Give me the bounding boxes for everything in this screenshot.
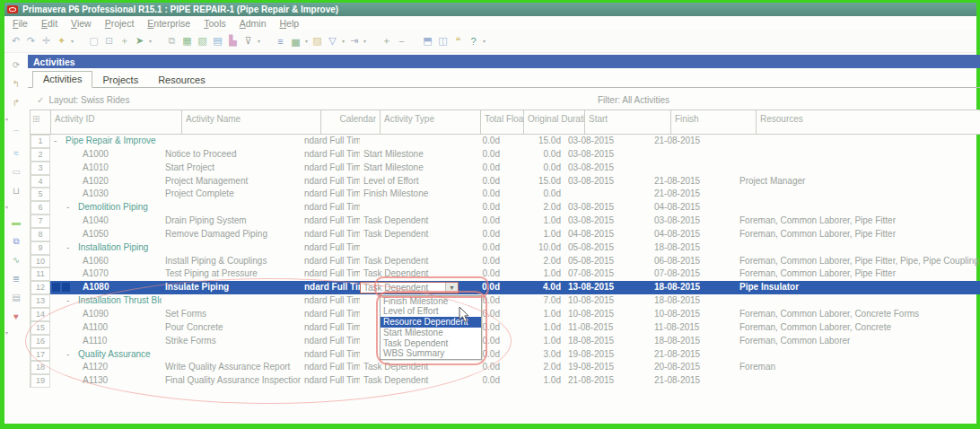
layers-icon[interactable]: ⧉ (9, 235, 23, 247)
column-header-start[interactable]: Start (584, 110, 670, 134)
curve-icon[interactable]: ∿ (9, 254, 23, 266)
select-arrow-icon[interactable]: ➤ (132, 33, 147, 48)
menu-edit[interactable]: Edit (41, 18, 57, 29)
table-row[interactable]: 3A1010Start Projectndard Full TimeStart … (31, 162, 980, 175)
tab-activities[interactable]: Activities (32, 71, 92, 88)
table-row[interactable]: 7A1040Drain Piping Systemndard Full Time… (31, 214, 980, 228)
dropdown-option-task-dependent[interactable]: Task Dependent (381, 338, 481, 349)
dropdown-caret-icon[interactable]: ▾ (303, 38, 310, 44)
tab-projects[interactable]: Projects (92, 73, 148, 88)
bar-icon[interactable]: ▬ (9, 216, 23, 228)
copy-icon[interactable]: ⧉ (164, 33, 179, 48)
add-icon[interactable]: ＋ (117, 33, 132, 48)
column-header-activity-id[interactable]: Activity ID (50, 110, 181, 134)
summarize-icon[interactable]: ▧ (195, 33, 210, 48)
menu-admin[interactable]: Admin (240, 18, 267, 29)
favorites-icon[interactable]: ♥ (9, 311, 23, 322)
menu-project[interactable]: Project (105, 18, 135, 29)
table-row[interactable]: 6-Demolition Pipingndard Full Time0.0d2.… (31, 201, 980, 214)
activity-type-dropdown-list[interactable]: Finish MilestoneLevel of EffortResource … (380, 295, 482, 361)
column-header-activity-name[interactable]: Activity Name (181, 110, 320, 134)
schedule-icon[interactable]: ▦ (179, 33, 195, 48)
table-row[interactable]: 10A1060Install Piping & Couplingsndard F… (31, 255, 980, 268)
menu-file[interactable]: File (13, 18, 28, 29)
table-icon[interactable]: ▭ (9, 166, 23, 178)
menu-enterprise[interactable]: Enterprise (147, 18, 190, 29)
table-row[interactable]: 8A1050Remove Damaged Pipingndard Full Ti… (31, 228, 980, 241)
table-row[interactable]: 1-Pipe Repair & Improvendard Full Time0.… (31, 135, 980, 148)
table-row[interactable]: 12A1080Insulate Pipingndard Full TimeTas… (31, 281, 980, 294)
resource-usage-icon[interactable]: ▙ (225, 33, 241, 48)
dropdown-caret-icon[interactable]: ▾ (362, 38, 368, 44)
menu-tools[interactable]: Tools (204, 18, 226, 29)
table-row[interactable]: 9-Installation Pipingndard Full Time0.0d… (31, 241, 980, 255)
dropdown-option-start-milestone[interactable]: Start Milestone (381, 328, 481, 338)
dropdown-caret-icon[interactable]: ▾ (481, 38, 487, 44)
dropdown-caret-icon[interactable]: ▾ (147, 38, 153, 44)
collapse-icon[interactable]: - (66, 241, 78, 255)
chart-icon[interactable]: ▅ (288, 33, 303, 48)
dropdown-option-finish-milestone[interactable]: Finish Milestone (381, 296, 481, 307)
column-header-total-float[interactable]: Total Float (480, 110, 523, 134)
table-row[interactable]: 4A1020Project Managementndard Full TimeL… (31, 175, 980, 188)
new-icon[interactable]: ▢ (86, 33, 101, 48)
dropdown-caret-icon[interactable]: ▾ (5, 329, 8, 335)
table-row[interactable]: 2A1000Notice to Proceedndard Full TimeSt… (31, 148, 980, 162)
store-period-icon[interactable]: ▤ (210, 33, 225, 48)
collapse-icon[interactable]: - (66, 348, 78, 362)
wand-icon[interactable]: ✦ (54, 33, 69, 48)
refresh-icon[interactable]: ⟳ (9, 59, 23, 71)
comment-icon[interactable]: ❝ (451, 33, 466, 48)
dropdown-caret-icon[interactable]: ▾ (256, 38, 262, 44)
table-row[interactable]: 11A1070Test Piping at Pressurendard Full… (31, 267, 980, 281)
undo-icon[interactable]: ↶ (8, 33, 23, 48)
table-row[interactable]: 18A1120Write Quality Assurance Reportnda… (31, 361, 980, 374)
column-header-calendar[interactable]: Calendar (320, 110, 380, 134)
top-layout-icon[interactable]: ⬒ (420, 33, 435, 48)
redo-icon[interactable]: ↱ (9, 97, 23, 109)
zoom-out-icon[interactable]: − (394, 33, 409, 48)
rows-icon[interactable]: ≣ (9, 273, 23, 285)
dropdown-caret-icon[interactable]: ▾ (5, 116, 8, 121)
activity-type-combobox[interactable]: Task Dependent▼ (360, 282, 459, 294)
column-header-resources[interactable]: Resources (756, 110, 980, 134)
table-row[interactable]: 5A1030Project Completendard Full TimeFin… (31, 188, 980, 201)
open-icon[interactable]: ⊡ (101, 33, 117, 48)
tab-resources[interactable]: Resources (148, 73, 215, 88)
dropdown-option-wbs-summary[interactable]: WBS Summary (381, 348, 481, 359)
table-row[interactable]: 14A1090Set Formsndard Full Time0.0d1.0d1… (31, 308, 980, 321)
column-header--[interactable]: ⊞ (31, 110, 50, 134)
table-row[interactable]: 17-Quality Assurancendard Full Time0.0d3… (31, 348, 980, 362)
menu-help[interactable]: Help (280, 18, 300, 29)
table-row[interactable]: 16A1110Strike Formsndard Full Time0.0d1.… (31, 335, 980, 348)
help-icon[interactable]: ? (466, 33, 481, 48)
spell-check-icon[interactable]: ⊽ (241, 33, 256, 48)
title-bar[interactable]: Primavera P6 Professional R15.1 : PIPE R… (4, 3, 976, 16)
bottom-layout-icon[interactable]: ◫ (435, 33, 451, 48)
usage-icon[interactable]: ≈ (9, 147, 23, 159)
collapse-icon[interactable]: - (54, 135, 66, 148)
dropdown-caret-icon[interactable]: ▾ (340, 38, 346, 44)
collapse-icon[interactable]: - (66, 294, 78, 308)
group-sort-icon[interactable]: ≡ (273, 33, 288, 48)
table-row[interactable]: 13-Installation Thrust Blockndard Full T… (31, 294, 980, 308)
redo-icon[interactable]: ↷ (23, 33, 39, 48)
zoom-in-icon[interactable]: ＋ (379, 33, 394, 48)
collapse-icon[interactable]: - (66, 201, 78, 214)
combobox-arrow-icon[interactable]: ▼ (445, 283, 458, 293)
column-header-activity-type[interactable]: Activity Type (380, 110, 480, 134)
dropdown-caret-icon[interactable]: ▾ (69, 38, 75, 44)
undo-icon[interactable]: ↰ (9, 78, 23, 90)
table-row[interactable]: 19A1130Final Quality Assurance Inspectio… (31, 374, 980, 388)
fill-down-icon[interactable]: ▨ (310, 33, 325, 48)
doc-icon[interactable]: ▤ (9, 292, 23, 303)
menu-view[interactable]: View (71, 18, 92, 29)
trace-logic-icon[interactable]: ⊔ (9, 185, 23, 197)
gantt-icon[interactable]: ⌒ (9, 128, 23, 140)
dropdown-caret-icon[interactable]: ▾ (5, 204, 8, 209)
layout-options-bar[interactable]: ✓Layout: Swiss Rides Filter: All Activit… (37, 95, 980, 109)
crosshair-icon[interactable]: ✛ (39, 33, 54, 48)
outdent-icon[interactable]: ⇥ (346, 33, 362, 48)
column-header-original-duration[interactable]: Original Duration (523, 110, 584, 134)
table-row[interactable]: 15A1100Pour Concretendard Full Time0.0d1… (31, 321, 980, 335)
